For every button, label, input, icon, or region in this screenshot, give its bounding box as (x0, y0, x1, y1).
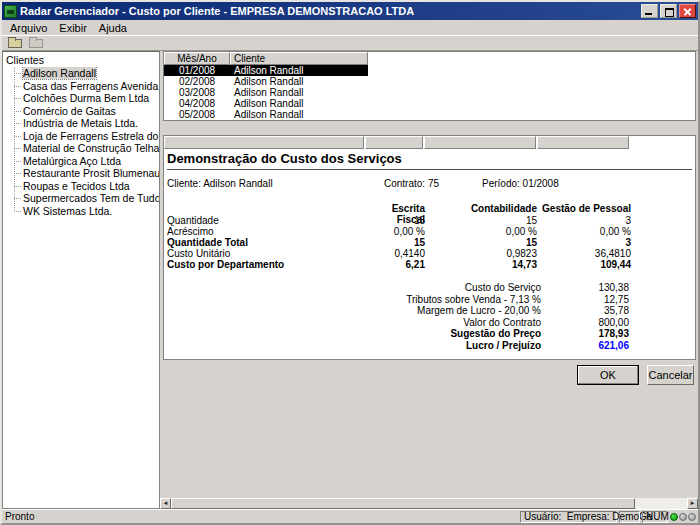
report-contract: Contrato: 75 (384, 178, 439, 189)
status-user-info: Usuário: Empresa: DemoGe (520, 511, 617, 523)
client-tree: Clientes Adilson Randall Casa das Ferrag… (2, 51, 160, 509)
cost-detail-table: Escrita Fiscal Contabilidade Gestão de P… (167, 203, 695, 270)
summary-row-tributos: Tributos sobre Venda - 7,13 % 12,75 (167, 294, 695, 306)
menu-bar: Arquivo Exibir Ajuda (2, 20, 698, 35)
app-icon (4, 5, 17, 18)
header-strip-cell (537, 136, 629, 149)
right-pane: Mês/Ano Cliente 01/2008 Adilson Randall … (160, 51, 698, 509)
tree-item[interactable]: Colchões Durma Bem Ltda (8, 92, 159, 105)
detail-header-row: Escrita Fiscal Contabilidade Gestão de P… (167, 203, 695, 215)
report-period: Período: 01/2008 (482, 178, 559, 189)
report-client: Cliente: Adilson Randall (167, 178, 273, 189)
tree-item[interactable]: Material de Construção Telha Firme Ltda. (8, 142, 159, 155)
open-folder-icon[interactable] (6, 36, 24, 50)
grid-row-03-2008[interactable]: 03/2008 Adilson Randall (164, 87, 695, 98)
tree-item[interactable]: Loja de Ferragens Estrela do Sul Ltda. (8, 130, 159, 143)
column-header-cliente[interactable]: Cliente (230, 52, 368, 65)
detail-row-custo-departamento: Custo por Departamento 6,21 14,73 109,44 (167, 259, 695, 270)
tree-item[interactable]: Restaurante Prosit Blumenau Ltda. (8, 167, 159, 180)
detail-row-acrescimo: Acréscimo 0,00 % 0,00 % 0,00 % (167, 226, 695, 237)
grid-row-05-2008[interactable]: 05/2008 Adilson Randall (164, 109, 695, 120)
cancel-button[interactable]: Cancelar (647, 365, 694, 385)
tree-item[interactable]: Metalúrgica Aço Ltda (8, 155, 159, 168)
tree-item[interactable]: WK Sistemas Ltda. (8, 205, 159, 218)
minimize-button[interactable] (641, 4, 658, 18)
horizontal-scrollbar[interactable]: ◄ ► (160, 498, 698, 509)
report-panel: Demonstração do Custo dos Serviços Clien… (163, 135, 696, 360)
tree-root-clientes[interactable]: Clientes (6, 54, 159, 66)
summary-row-sugestao-preco: Sugestão do Preço 178,93 (167, 328, 695, 340)
detail-row-custo-unitario: Custo Unitário 0,4140 0,9823 36,4810 (167, 248, 695, 259)
status-bar: Pronto Usuário: Empresa: DemoGe NUM (2, 509, 698, 523)
detail-row-quantidade-total: Quantidade Total 15 15 3 (167, 237, 695, 248)
app-window: Radar Gerenciador - Custo por Cliente - … (0, 0, 700, 525)
closed-folder-icon (27, 36, 45, 50)
period-grid: Mês/Ano Cliente 01/2008 Adilson Randall … (163, 51, 696, 121)
column-header-mes-ano[interactable]: Mês/Ano (164, 52, 230, 65)
menu-ajuda[interactable]: Ajuda (93, 21, 133, 35)
close-button[interactable] (679, 4, 696, 18)
scroll-right-arrow-icon[interactable]: ► (687, 498, 698, 509)
tree-item[interactable]: Comércio de Gaitas (8, 105, 159, 118)
title-bar[interactable]: Radar Gerenciador - Custo por Cliente - … (2, 2, 698, 20)
status-message: Pronto (5, 511, 518, 522)
summary-row-lucro-prejuizo: Lucro / Prejuízo 621,06 (167, 340, 695, 352)
scroll-left-arrow-icon[interactable]: ◄ (160, 498, 171, 509)
status-empty-panel (619, 511, 640, 523)
report-title: Demonstração do Custo dos Serviços (167, 149, 692, 170)
restore-button[interactable] (660, 4, 677, 18)
status-led-grey-icon (688, 513, 696, 521)
menu-arquivo[interactable]: Arquivo (4, 21, 53, 35)
header-strip-cell (164, 136, 364, 149)
report-header-strip (164, 136, 695, 149)
header-strip-cell (365, 136, 423, 149)
grid-row-02-2008[interactable]: 02/2008 Adilson Randall (164, 76, 695, 87)
grid-row-04-2008[interactable]: 04/2008 Adilson Randall (164, 98, 695, 109)
toolbar (2, 35, 698, 51)
cost-summary-table: Custo do Serviço 130,38 Tributos sobre V… (167, 282, 695, 351)
status-led-green-icon (670, 513, 678, 521)
ok-button[interactable]: OK (577, 365, 639, 385)
status-num-lock: NUM (642, 511, 668, 523)
menu-exibir[interactable]: Exibir (53, 21, 93, 35)
tree-item[interactable]: Supermercados Tem de Tudo Ltda. (8, 192, 159, 205)
detail-row-quantidade: Quantidade 15 15 3 (167, 215, 695, 226)
window-title: Radar Gerenciador - Custo por Cliente - … (20, 5, 638, 17)
tree-item-adilson-randall[interactable]: Adilson Randall (8, 67, 159, 80)
header-strip-cell (424, 136, 536, 149)
summary-row-custo-servico: Custo do Serviço 130,38 (167, 282, 695, 294)
summary-row-margem-lucro: Margem de Lucro - 20,00 % 35,78 (167, 305, 695, 317)
scrollbar-thumb[interactable] (171, 498, 635, 509)
tree-item[interactable]: Casa das Ferragens Avenida Ltda. (8, 80, 159, 93)
tree-item[interactable]: Indústria de Metais Ltda. (8, 117, 159, 130)
tree-item[interactable]: Roupas e Tecidos Ltda (8, 180, 159, 193)
status-led-grey-icon (679, 513, 687, 521)
grid-row-01-2008[interactable]: 01/2008 Adilson Randall (164, 65, 368, 76)
summary-row-valor-contrato: Valor do Contrato 800,00 (167, 317, 695, 329)
